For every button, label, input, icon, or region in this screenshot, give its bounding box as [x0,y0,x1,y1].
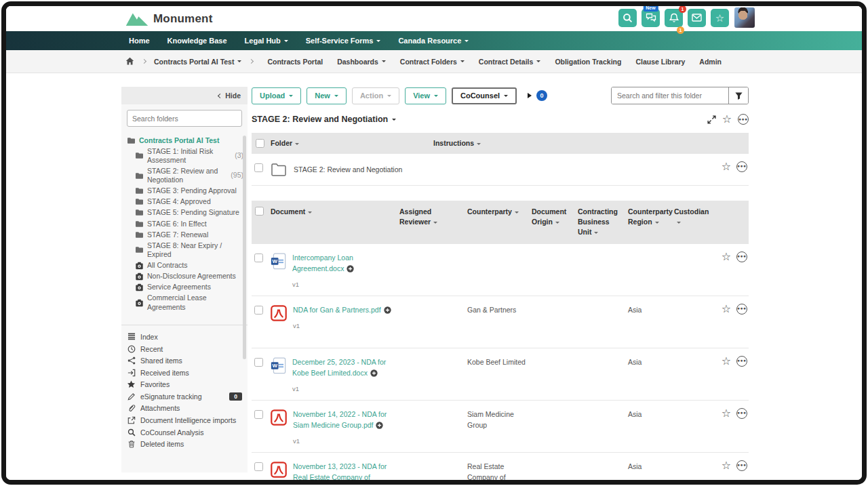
document-link[interactable]: Intercompany Loan Agreement.docx [292,254,353,272]
tab-admin[interactable]: Admin [699,58,722,66]
tree-item-commercial-lease-agreements[interactable]: Commercial Lease Agreements [127,293,243,312]
sidebar-item-favorites[interactable]: Favorites [127,379,242,391]
favorite-star-button[interactable]: ☆ [722,356,731,367]
sidebar-scrollbar[interactable] [243,136,246,359]
row-checkbox[interactable] [254,254,263,262]
upload-button[interactable]: Upload [252,87,301,104]
search-folders-input[interactable] [127,110,242,127]
triangle-right-icon[interactable] [528,93,532,98]
sidebar-item-document-intelligence-imports[interactable]: Document Intelligence imports [127,414,242,426]
notifications-button[interactable]: 11 [665,9,683,27]
filter-button[interactable] [728,87,748,104]
row-more-button[interactable]: ●●● [736,460,747,471]
sidebar-item-shared-items[interactable]: Shared items [127,355,242,367]
tree-item-stage-7-renewal[interactable]: STAGE 7: Renewal [127,229,243,240]
tab-clause-library[interactable]: Clause Library [635,58,685,66]
user-avatar[interactable] [734,7,755,28]
action-button[interactable]: Action [352,87,399,104]
row-checkbox[interactable] [254,163,263,172]
tab-dashboards[interactable]: Dashboards [337,58,386,66]
chat-button[interactable]: New [642,9,660,27]
tree-item-stage-6-in-effect[interactable]: STAGE 6: In Effect [127,218,243,229]
tree-item-stage-8-near-expiry-expired[interactable]: STAGE 8: Near Expiry / Expired [127,240,243,260]
favorite-star-button[interactable]: ☆ [722,408,731,419]
folder-more-button[interactable]: ●●● [738,114,749,125]
selection-count-badge[interactable]: 0 [536,90,547,101]
plus-circle-icon[interactable] [347,264,354,275]
plus-circle-icon[interactable] [384,306,391,317]
home-icon[interactable] [125,56,134,68]
document-link[interactable]: NDA for Gan & Partners.pdf [293,306,381,314]
tree-item-stage-1-initial-risk-assessment[interactable]: STAGE 1: Initial Risk Assessment(3) [127,146,243,165]
row-more-button[interactable]: ●●● [736,408,747,419]
custodian-column-header[interactable]: Custodian [674,201,712,244]
new-button[interactable]: New [307,87,347,104]
tree-item-stage-2-review-and-negotiation[interactable]: STAGE 2: Review and Negotiation(95) [127,165,243,185]
sidebar-item-recent[interactable]: Recent [127,343,242,355]
mail-button[interactable] [688,9,706,27]
tab-contract-details[interactable]: Contract Details [479,58,541,66]
sidebar-item-index[interactable]: Index [127,331,242,343]
cocounsel-button[interactable]: CoCounsel [452,87,517,104]
tree-item-stage-5-pending-signature[interactable]: STAGE 5: Pending Signature [127,207,243,218]
tab-contracts-portal[interactable]: Contracts Portal [267,58,323,66]
select-all-folders-checkbox[interactable] [256,139,264,148]
hide-sidebar-button[interactable]: Hide [121,87,248,104]
row-more-button[interactable]: ●●● [736,251,747,262]
counterparty-column-header[interactable]: Counterparty [467,201,532,244]
sidebar-item-esignature-tracking[interactable]: eSignature tracking0 [127,390,242,403]
nav-item-legal-hub[interactable]: Legal Hub [245,37,288,45]
instructions-column-header[interactable]: Instructions [433,133,708,154]
tree-item-service-agreements[interactable]: Service Agreements [127,282,243,293]
folder-search-input[interactable] [612,87,728,104]
favorites-button[interactable]: ☆ [711,9,729,27]
favorite-star-button[interactable]: ☆ [722,304,731,315]
favorite-star-button[interactable]: ☆ [722,251,731,262]
expand-view-button[interactable] [707,115,716,124]
assigned-reviewer-column-header[interactable]: Assigned Reviewer [399,201,467,244]
row-checkbox[interactable] [254,462,263,471]
nav-item-knowledge-base[interactable]: Knowledge Base [167,37,227,45]
favorite-star-button[interactable]: ☆ [722,161,731,172]
row-checkbox[interactable] [254,306,263,315]
nav-item-home[interactable]: Home [129,37,150,45]
plus-circle-icon[interactable] [376,421,383,432]
nav-item-self-service-forms[interactable]: Self-Service Forms [306,37,381,45]
view-button[interactable]: View [405,87,446,104]
folder-tree: Contracts Portal AI TestSTAGE 1: Initial… [121,134,248,318]
row-checkbox[interactable] [254,410,263,419]
favorite-folder-button[interactable]: ☆ [722,114,732,125]
document-link[interactable]: November 13, 2023 - NDA for Real Estate … [293,462,387,480]
tree-item-all-contracts[interactable]: All Contracts [127,260,243,271]
tree-item-contracts-portal-ai-test[interactable]: Contracts Portal AI Test [127,135,243,146]
folder-link[interactable]: STAGE 2: Review and Negotiation [294,164,402,175]
row-more-button[interactable]: ●●● [736,161,747,172]
tree-item-non-disclosure-agreements[interactable]: Non-Disclosure Agreements [127,271,243,282]
sidebar-item-cocounsel-analysis[interactable]: CoCounsel Analysis [127,426,242,439]
document-column-header[interactable]: Document [271,201,399,244]
sidebar-item-deleted-items[interactable]: Deleted items [127,438,242,450]
row-more-button[interactable]: ●●● [736,304,747,315]
tab-contract-folders[interactable]: Contract Folders [400,58,465,66]
caret-down-icon [594,232,598,234]
contracting-business-unit-column-header[interactable]: Contracting Business Unit [578,201,628,244]
select-all-documents-checkbox[interactable] [255,207,264,216]
sidebar-item-received-items[interactable]: Received items [127,367,242,379]
counterparty-region-column-header[interactable]: Counterparty Region [628,201,674,244]
nav-item-canada-resource[interactable]: Canada Resource [398,37,469,45]
favorite-star-button[interactable]: ☆ [722,460,731,471]
crumb-contracts-portal-ai-test[interactable]: Contracts Portal AI Test [154,58,241,66]
row-checkbox[interactable] [254,358,263,367]
search-button[interactable] [618,9,637,27]
folder-column-header[interactable]: Folder [271,133,433,154]
tree-item-stage-3-pending-approval[interactable]: STAGE 3: Pending Approval [127,186,243,197]
counterparty-cell: Siam Medicine Group [467,401,532,452]
document-origin-column-header[interactable]: Document Origin [532,201,578,244]
plus-circle-icon[interactable] [370,369,378,380]
document-link[interactable]: November 14, 2022 - NDA for Siam Medicin… [293,410,387,429]
tab-obligation-tracking[interactable]: Obligation Tracking [555,58,621,66]
sidebar-item-attachments[interactable]: Attachments [127,403,242,415]
row-more-button[interactable]: ●●● [736,356,747,367]
page-title[interactable]: STAGE 2: Review and Negotiation [252,115,396,124]
tree-item-stage-4-approved[interactable]: STAGE 4: Approved [127,197,243,207]
